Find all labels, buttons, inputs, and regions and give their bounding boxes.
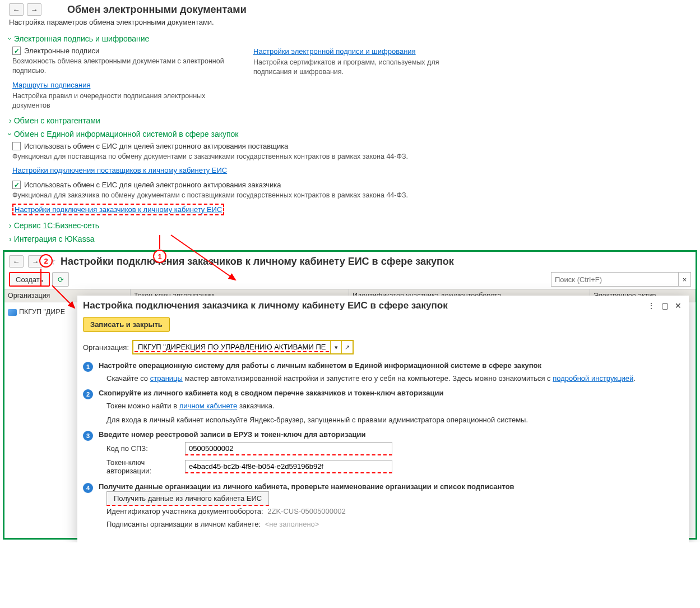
get-data-button[interactable]: Получить данные из личного кабинета ЕИС xyxy=(106,491,269,506)
arrow-left-icon: ← xyxy=(13,6,20,14)
dialog-connection-settings: Настройка подключения заказчика к личном… xyxy=(77,296,689,542)
dialog-maximize-button[interactable]: ▢ xyxy=(660,301,670,310)
step-4-badge: 4 xyxy=(83,483,93,493)
refresh-button[interactable]: ⟳ xyxy=(52,272,69,287)
page-subtitle: Настройка параметров обмена электронными… xyxy=(0,18,700,32)
eis-supplier-desc: Функционал для поставщика по обмену доку… xyxy=(12,151,691,165)
routes-link[interactable]: Маршруты подписания xyxy=(12,79,90,91)
checkbox-eis-customer-label: Использовать обмен с ЕИС для целей элект… xyxy=(24,181,281,189)
callout-marker-1: 1 xyxy=(153,250,166,263)
org-open-button[interactable]: ↗ xyxy=(341,341,353,353)
org-dropdown-button[interactable]: ▾ xyxy=(330,341,341,353)
create-button[interactable]: Создать xyxy=(9,272,50,287)
section-yookassa-title: Интеграция с ЮKassa xyxy=(14,234,95,243)
code-label: Код по СПЗ: xyxy=(106,444,185,453)
routes-desc: Настройка правил и очередности подписани… xyxy=(12,91,237,114)
page-title: Обмен электронными документами xyxy=(67,4,247,16)
org-input-wrap: ▾ ↗ xyxy=(132,340,354,354)
row-org: ПКГУП "ДИРЕ xyxy=(19,308,65,316)
step-2-title: Скопируйте из личного кабинета код в сво… xyxy=(99,389,683,397)
section-contractors-title: Обмен с контрагентами xyxy=(14,116,100,125)
section-signature-title: Электронная подпись и шифрование xyxy=(14,34,150,43)
sig-config-link[interactable]: Настройки электронной подписи и шифрован… xyxy=(253,45,416,57)
step-1-title: Настройте операционную систему для работ… xyxy=(99,361,683,370)
org-label: Организация: xyxy=(83,343,129,352)
section-eis-toggle[interactable]: › Обмен с Единой информационной системой… xyxy=(9,127,691,141)
chevron-right-icon: › xyxy=(9,234,12,243)
dialog-title: Настройка подключения заказчика к личном… xyxy=(83,300,448,311)
step-1-text: Скачайте со страницы мастер автоматизиро… xyxy=(99,373,683,384)
section-yookassa-toggle[interactable]: › Интеграция с ЮKassa xyxy=(9,232,691,246)
save-close-button[interactable]: Записать и закрыть xyxy=(83,317,170,332)
arrow-right-icon: → xyxy=(32,257,39,266)
code-input[interactable] xyxy=(185,442,392,455)
token-label: Токен-ключ авторизации: xyxy=(106,458,185,475)
step-2-text-1: Токен можно найти в личном кабинете зака… xyxy=(99,400,683,412)
sig-config-desc: Настройка сертификатов и программ, испол… xyxy=(253,57,478,80)
chevron-right-icon: › xyxy=(9,221,12,230)
checkbox-eis-supplier[interactable] xyxy=(12,142,21,150)
participant-id-value: 2ZK-CUS-05005000002 xyxy=(267,507,345,515)
nav-back-button[interactable]: ← xyxy=(9,3,24,16)
row-icon xyxy=(8,309,17,316)
search-input[interactable] xyxy=(551,273,678,286)
step-1-link-instruction[interactable]: подробной инструкцией xyxy=(553,374,633,383)
step-4-title: Получите данные организации из личного к… xyxy=(99,482,683,491)
arrow-right-icon: → xyxy=(31,6,38,14)
checkbox-esign-label: Электронные подписи xyxy=(24,47,99,55)
arrow-left-icon: ← xyxy=(13,257,20,266)
checkbox-eis-supplier-label: Использовать обмен с ЕИС для целей элект… xyxy=(24,142,288,150)
section-eis-title: Обмен с Единой информационной системой в… xyxy=(14,130,239,139)
section-biznet-title: Сервис 1С:Бизнес-сеть xyxy=(14,221,99,230)
section-biznet-toggle[interactable]: › Сервис 1С:Бизнес-сеть xyxy=(9,219,691,232)
section-signature-toggle[interactable]: › Электронная подпись и шифрование xyxy=(9,32,691,45)
search-box: × xyxy=(551,272,691,287)
section-contractors-toggle[interactable]: › Обмен с контрагентами xyxy=(9,114,691,127)
signers-value: <не заполнено> xyxy=(265,520,319,528)
step-3-title: Введите номер реестровой записи в ЕРУЗ и… xyxy=(99,430,683,439)
refresh-icon: ⟳ xyxy=(58,275,64,284)
checkbox-eis-customer[interactable]: ✓ xyxy=(12,181,21,189)
chevron-down-icon: › xyxy=(6,132,15,135)
checkbox-esign[interactable]: ✓ xyxy=(12,47,21,55)
step-1-badge: 1 xyxy=(83,362,93,372)
signers-line: Подписанты организации в личном кабинете… xyxy=(99,520,683,528)
eis-supplier-link[interactable]: Настройки подключения поставщиков к личн… xyxy=(12,164,227,176)
org-input[interactable] xyxy=(135,343,329,352)
eis-customer-desc: Функционал для заказчика по обмену докум… xyxy=(12,190,691,204)
participant-id-line: Идентификатор участника документооборота… xyxy=(99,507,683,515)
step-3-badge: 3 xyxy=(83,431,93,441)
step-2-badge: 2 xyxy=(83,389,93,399)
step-2-text-2: Для входа в личный кабинет используйте Я… xyxy=(99,414,683,426)
dialog-close-button[interactable]: ✕ xyxy=(673,301,683,310)
token-input[interactable] xyxy=(185,460,392,473)
search-clear-button[interactable]: × xyxy=(678,273,690,286)
window-customer-connections: 2 ← → ★ Настройки подключения заказчиков… xyxy=(3,250,697,540)
step-1-link-page[interactable]: страницы xyxy=(150,374,183,383)
step-2-link-cabinet[interactable]: личном кабинете xyxy=(179,402,238,410)
eis-customer-link[interactable]: Настройки подключения заказчиков к лично… xyxy=(12,204,224,215)
esign-desc: Возможность обмена электронными документ… xyxy=(12,56,237,79)
w2-title: Настройки подключения заказчиков к лично… xyxy=(61,256,454,268)
w2-nav-back-button[interactable]: ← xyxy=(9,255,24,268)
dialog-menu-button[interactable]: ⋮ xyxy=(646,301,656,310)
chevron-down-icon: › xyxy=(6,38,15,40)
nav-forward-button[interactable]: → xyxy=(27,3,41,16)
chevron-right-icon: › xyxy=(9,116,12,125)
